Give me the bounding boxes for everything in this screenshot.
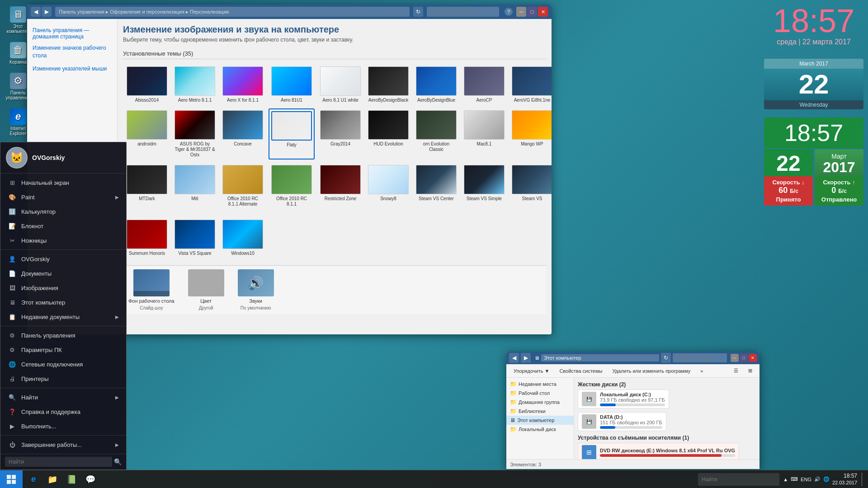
- sounds-item[interactable]: 🔊 Звуки По умолчанию: [238, 269, 274, 310]
- theme-item-restricted[interactable]: Restricted Zone: [318, 163, 363, 214]
- fe-drive-c[interactable]: 💾 Локальный диск (C:) 73,9 ГБ свободно и…: [578, 389, 669, 408]
- minimize-button[interactable]: ─: [516, 7, 526, 17]
- fe-drive-d[interactable]: 💾 DATA (D:) 151 ГБ свободно из 200 ГБ: [578, 412, 666, 431]
- theme-item-aerocp[interactable]: AeroCP: [462, 65, 506, 105]
- start-menu-item-найти[interactable]: 🔍Найти▶: [0, 390, 126, 404]
- taskbar-search-input[interactable]: [698, 473, 779, 486]
- refresh-button[interactable]: ↻: [413, 7, 423, 17]
- start-menu-item-изображения[interactable]: 🖼Изображения: [0, 281, 126, 295]
- start-menu-item-завершение-работы...[interactable]: ⏻Завершение работы...▶: [0, 437, 126, 452]
- fe-sidebar-item-5[interactable]: 📁Локальный диск: [506, 425, 574, 434]
- theme-item-aero-blue[interactable]: AeroByDesignBlue: [414, 65, 458, 105]
- fe-minimize-button[interactable]: ─: [731, 354, 739, 362]
- start-menu-item-принтеры[interactable]: 🖨Принтеры: [0, 371, 126, 386]
- color-item[interactable]: Цвет Другой: [188, 269, 224, 310]
- fe-more-button[interactable]: »: [697, 367, 707, 375]
- close-button[interactable]: ✕: [538, 7, 548, 17]
- start-menu-item-документы[interactable]: 📄Документы: [0, 266, 126, 281]
- start-menu-item-этот-компьютер[interactable]: 🖥Этот компьютер: [0, 295, 126, 310]
- wallpaper-item[interactable]: Фон рабочего стола Слайд-шоу: [128, 269, 175, 310]
- start-menu-item-выполнить...[interactable]: ▶Выполнить...: [0, 419, 126, 433]
- fe-sidebar-item-3[interactable]: 📁Библиотеки: [506, 407, 574, 416]
- theme-item-snowy8[interactable]: Snowy8: [366, 163, 410, 214]
- forward-button[interactable]: ▶: [42, 7, 52, 17]
- fe-sidebar-item-1[interactable]: 📁Рабочий стол: [506, 389, 574, 398]
- start-menu-item-недавние-документы[interactable]: 📋Недавние документы▶: [0, 310, 126, 324]
- taskbar-msg[interactable]: 💬: [81, 471, 99, 488]
- theme-item-mtdark[interactable]: MTDark: [125, 163, 169, 214]
- maximize-button[interactable]: □: [527, 7, 537, 17]
- theme-item-aero-x[interactable]: Aero X for 8.1.1: [221, 65, 265, 105]
- theme-item-win10[interactable]: Windows10: [221, 218, 265, 258]
- speed-up-value: 0 Б/с: [817, 186, 861, 195]
- taskbar-ie[interactable]: e: [24, 471, 42, 488]
- fe-maximize-button[interactable]: □: [740, 354, 748, 362]
- sidebar-link-icons[interactable]: Изменение значков рабочего стола: [27, 42, 117, 62]
- fe-search-input[interactable]: [673, 353, 727, 362]
- start-menu-item-справка-и-поддержка[interactable]: ❓Справка и поддержка: [0, 404, 126, 419]
- fe-address-bar[interactable]: Этот компьютер: [541, 354, 659, 361]
- theme-item-aero-metro[interactable]: Aero Metro 8.1.1: [173, 65, 217, 105]
- show-desktop-icon[interactable]: [862, 473, 864, 486]
- start-menu-item-блокнот[interactable]: 📝Блокнот: [0, 219, 126, 233]
- start-menu-item-paint[interactable]: 🎨Paint▶: [0, 190, 126, 204]
- theme-item-steam-simple[interactable]: Steam VS Simple: [462, 163, 506, 214]
- theme-item-abisso2014[interactable]: Abisso2014: [125, 65, 169, 105]
- theme-item-vista[interactable]: Vista VS Square: [173, 218, 217, 258]
- fe-back-button[interactable]: ◀: [509, 353, 519, 363]
- start-menu-item-ножницы[interactable]: ✂Ножницы: [0, 233, 126, 248]
- window-search-input[interactable]: [427, 7, 499, 17]
- back-button[interactable]: ◀: [31, 7, 41, 17]
- tray-network-icon[interactable]: 🌐: [823, 476, 830, 482]
- theme-item-miti[interactable]: Miti: [173, 163, 217, 214]
- fe-view-list-button[interactable]: ☰: [730, 367, 742, 375]
- fe-organize-button[interactable]: Упорядочить ▼: [510, 367, 553, 375]
- theme-item-aero-black[interactable]: AeroByDesignBlack: [366, 65, 410, 105]
- taskbar-excel[interactable]: 📗: [62, 471, 80, 488]
- fe-drive-e[interactable]: ⊞ DVD RW дисковод (E:) Windows 8.1 x64 P…: [578, 443, 739, 459]
- fe-refresh-button[interactable]: ↻: [661, 353, 671, 363]
- tray-volume-icon[interactable]: 🔊: [814, 476, 821, 482]
- taskbar-folder[interactable]: 📁: [43, 471, 61, 488]
- fe-sidebar-item-4[interactable]: 🖥Этот компьютер: [506, 416, 574, 425]
- sidebar-home-link[interactable]: Панель управления — домашняя страница: [27, 23, 117, 42]
- start-button[interactable]: [0, 470, 23, 488]
- theme-item-horn[interactable]: orn Evolution Classic: [414, 108, 458, 160]
- theme-item-gray2014[interactable]: Gray2014: [318, 108, 363, 160]
- theme-item-concave[interactable]: Concave: [221, 108, 265, 160]
- theme-item-steam-vs[interactable]: Steam VS: [510, 163, 552, 214]
- tray-up-arrow-icon[interactable]: ▲: [783, 477, 788, 482]
- theme-item-steam-center[interactable]: Steam VS Center: [414, 163, 458, 214]
- fe-sidebar-item-0[interactable]: 📁Недавние места: [506, 380, 574, 389]
- fe-close-button[interactable]: ✕: [749, 354, 757, 362]
- theme-item-asus-rog[interactable]: ASUS ROG by Tiger & Mr351837 & Ostx: [173, 108, 217, 160]
- theme-item-flaty[interactable]: Flaty: [269, 108, 315, 160]
- start-menu-item-сетевые-подключения[interactable]: 🌐Сетевые подключения: [0, 357, 126, 371]
- theme-item-aero-white[interactable]: Aero 8.1 U1 white: [318, 65, 363, 105]
- fe-sidebar-item-2[interactable]: 📁Домашняя группа: [506, 398, 574, 407]
- theme-item-hud[interactable]: HUD Evolution: [366, 108, 410, 160]
- start-menu-item-параметры-пк[interactable]: ⚙Параметры ПК: [0, 343, 126, 357]
- start-menu-item-arrow-icon: ▶: [115, 395, 119, 400]
- fe-uninstall-button[interactable]: Удалить или изменить программу: [609, 367, 694, 375]
- theme-item-mango[interactable]: Mango WP: [510, 108, 552, 160]
- help-icon[interactable]: ?: [505, 8, 513, 16]
- start-menu-item-панель-управления[interactable]: ⚙Панель управления: [0, 328, 126, 343]
- start-menu-item-калькулятор[interactable]: 🔢Калькулятор: [0, 204, 126, 219]
- theme-item-mac81[interactable]: Mac8.1: [462, 108, 506, 160]
- theme-item-office2010-alt[interactable]: Office 2010 RC 8.1.1 Alternate: [221, 163, 265, 214]
- address-bar[interactable]: Панель управления ▸ Оформление и персона…: [55, 7, 410, 17]
- sidebar-link-mouse[interactable]: Изменение указателей мыши: [27, 62, 117, 75]
- theme-item-office2010[interactable]: Office 2010 RC 8.1.1: [269, 163, 315, 214]
- fe-view-icon-button[interactable]: ⊞: [745, 367, 756, 375]
- tray-lang-icon[interactable]: ENG: [801, 477, 811, 482]
- theme-item-android[interactable]: androidm: [125, 108, 169, 160]
- theme-item-summum[interactable]: Summum Honoris: [125, 218, 169, 258]
- fe-sysprops-button[interactable]: Свойства системы: [556, 367, 606, 375]
- fe-forward-button[interactable]: ▶: [521, 353, 531, 363]
- theme-item-aerovg[interactable]: AeroVG Ei8ht.1ne: [510, 65, 552, 105]
- theme-item-aero-81u1[interactable]: Aero 81U1: [269, 65, 315, 105]
- start-menu-item-ovgorskiy[interactable]: 👤OVGorskiy: [0, 252, 126, 266]
- start-menu-item-начальный-экран[interactable]: ⊞Начальный экран: [0, 175, 126, 190]
- start-search-input[interactable]: [5, 457, 112, 467]
